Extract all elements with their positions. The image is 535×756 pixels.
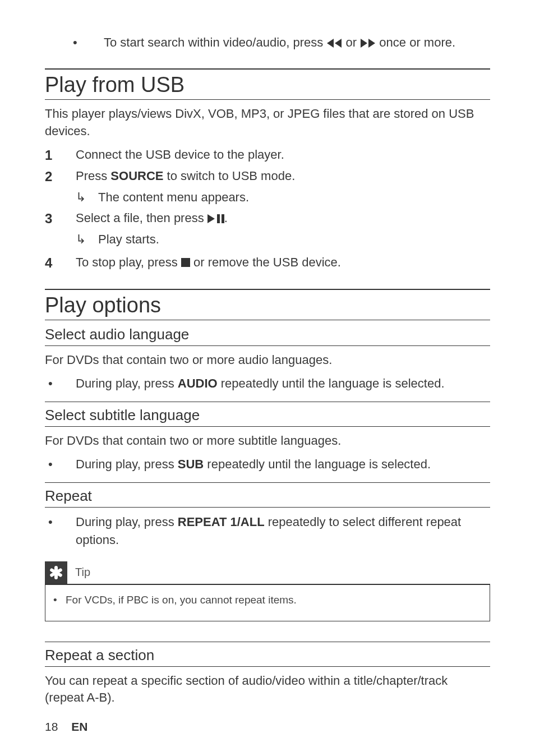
bullet-text: During play, press SUB repeatedly until … [76,455,490,473]
text-fragment: During play, press [76,457,178,471]
audio-label: AUDIO [178,376,218,390]
text-fragment: . [224,211,228,225]
tip-text: For VCDs, if PBC is on, you cannot repea… [66,594,297,606]
result-text: The content menu appears. [98,188,249,206]
tip-box: Tip • For VCDs, if PBC is on, you cannot… [45,561,490,621]
repeat-bullet: • During play, press REPEAT 1/ALL repeat… [45,513,490,549]
svg-marker-1 [335,39,342,48]
bullet-text: During play, press REPEAT 1/ALL repeated… [76,513,490,549]
arrow-icon: ↳ [76,230,98,248]
play-pause-icon [207,214,224,223]
text-fragment: once or more. [376,35,455,49]
step-3: 3 Select a file, then press . [45,209,490,229]
step-text: Press SOURCE to switch to USB mode. [76,167,490,187]
step-3-result: ↳ Play starts. [76,230,490,248]
subtitle-bullet: • During play, press SUB repeatedly unti… [45,455,490,473]
result-text: Play starts. [98,230,159,248]
step-2: 2 Press SOURCE to switch to USB mode. [45,167,490,187]
svg-marker-4 [207,214,215,223]
heading-play-from-usb: Play from USB [45,68,490,100]
stop-icon [181,258,190,267]
page-footer: 18 EN [45,720,87,734]
tip-body: • For VCDs, if PBC is on, you cannot rep… [45,584,490,621]
audio-intro: For DVDs that contain two or more audio … [45,352,490,369]
subtitle-intro: For DVDs that contain two or more subtit… [45,432,490,450]
bullet-dot: • [73,34,104,52]
step-text: To stop play, press or remove the USB de… [76,253,490,273]
search-bullet: • To start search within video/audio, pr… [73,34,490,52]
svg-rect-5 [217,214,220,223]
text-fragment: to switch to USB mode. [163,169,295,183]
text-fragment: To start search within video/audio, pres… [104,35,326,49]
step-1: 1 Connect the USB device to the player. [45,145,490,165]
bullet-dot: • [53,594,66,606]
bullet-dot: • [45,375,76,393]
step-number: 2 [45,167,76,187]
text-fragment: or remove the USB device. [190,255,341,269]
svg-marker-2 [361,39,367,48]
step-number: 1 [45,145,76,165]
heading-repeat-section: Repeat a section [45,642,490,667]
asterisk-icon [48,565,64,580]
arrow-icon: ↳ [76,188,98,206]
language-code: EN [71,720,87,733]
step-text: Select a file, then press . [76,209,490,229]
step-4: 4 To stop play, press or remove the USB … [45,253,490,273]
search-text: To start search within video/audio, pres… [104,34,490,52]
repeat-section-intro: You can repeat a specific section of aud… [45,672,490,707]
repeat-label: REPEAT 1/ALL [178,515,265,529]
tip-icon [45,561,67,584]
bullet-dot: • [45,513,76,549]
text-fragment: During play, press [76,376,178,390]
heading-select-audio: Select audio language [45,326,490,346]
heading-select-subtitle: Select subtitle language [45,402,490,427]
step-number: 4 [45,253,76,273]
text-fragment: During play, press [76,515,178,529]
svg-marker-0 [327,39,334,48]
bullet-text: During play, press AUDIO repeatedly unti… [76,375,490,393]
tip-header: Tip [45,561,490,584]
tip-label: Tip [75,566,90,579]
source-label: SOURCE [110,169,163,183]
text-fragment: Press [76,169,110,183]
text-fragment: or [342,35,360,49]
text-fragment: To stop play, press [76,255,181,269]
bullet-dot: • [45,455,76,473]
rewind-icon [326,39,342,48]
text-fragment: repeatedly until the language is selecte… [218,376,445,390]
svg-marker-3 [368,39,375,48]
step-number: 3 [45,209,76,229]
usb-intro: This player plays/views DivX, VOB, MP3, … [45,105,490,140]
audio-bullet: • During play, press AUDIO repeatedly un… [45,375,490,393]
text-fragment: repeatedly until the language is selecte… [204,457,431,471]
fast-forward-icon [360,39,376,48]
sub-label: SUB [178,457,204,471]
page-content: • To start search within video/audio, pr… [45,34,490,707]
page-number: 18 [45,720,58,733]
step-2-result: ↳ The content menu appears. [76,188,490,206]
heading-play-options: Play options [45,289,490,320]
text-fragment: Select a file, then press [76,211,207,225]
heading-repeat: Repeat [45,482,490,508]
step-text: Connect the USB device to the player. [76,145,490,165]
